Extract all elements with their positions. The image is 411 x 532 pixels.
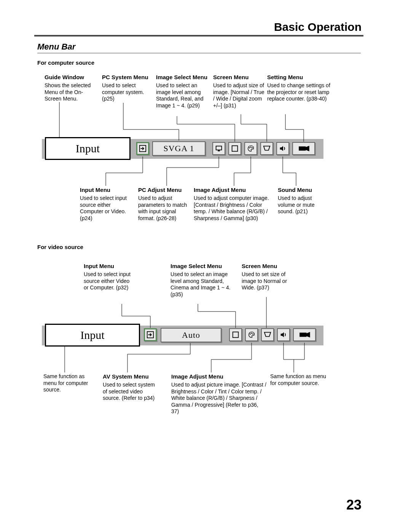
svg-point-4 [249,147,250,149]
computer-guide-label: Input [76,142,100,155]
video-same-right: Same function as menu for computer sourc… [270,373,331,387]
video-screen-title: Screen Menu [242,263,277,270]
setting-icon [292,142,315,155]
video-setting-icon [293,328,316,341]
video-mid-box: Auto [161,328,221,342]
video-heading: For video source [37,244,83,250]
computer-heading: For computer source [37,59,94,66]
screen-menu-title: Screen Menu [213,74,249,81]
svg-point-36 [252,334,253,335]
pc-system-body: Used to select computer system. (p25) [102,82,151,102]
video-imgadj-title: Image Adjust Menu [171,373,223,380]
video-input-body: Used to select input source either Video… [84,271,135,291]
guide-window-title: Guide Window [45,74,84,81]
sound-menu-title: Sound Menu [278,187,312,193]
pc-adjust-title: PC Adjust Menu [138,187,182,193]
guide-window-body: Shows the selected Menu of the On-Screen… [45,82,100,102]
image-select-body: Used to select an image level among Stan… [156,82,209,109]
video-image-select-icon [229,328,242,341]
page: Basic Operation Menu Bar For computer so… [0,0,411,532]
av-system-title: AV System Menu [103,373,149,380]
video-screen-body: Used to set size of image to Normal or W… [242,271,287,291]
svg-rect-1 [216,146,222,150]
header-rule [34,35,363,37]
image-adjust-icon [244,142,257,155]
pc-adjust-icon [212,142,225,155]
svg-rect-3 [232,146,238,152]
sound-menu-body: Used to adjust volume or mute sound. (p2… [278,195,323,215]
svg-rect-33 [233,332,239,338]
image-select-title: Image Select Menu [156,74,207,81]
video-imgsel-title: Image Select Menu [170,263,222,270]
svg-rect-2 [218,150,220,152]
svg-point-5 [250,147,252,148]
image-adjust-body: Used to adjust computer image. [Contrast… [194,195,274,222]
svg-point-6 [252,147,253,149]
input-menu-title: Input Menu [80,187,110,193]
page-header-title: Basic Operation [274,21,362,34]
video-image-adjust-icon [245,328,258,341]
video-imgsel-body: Used to select an image level among Stan… [170,271,231,298]
video-input-icon [144,328,157,341]
video-guide-label: Input [80,329,104,342]
image-select-icon [228,142,241,155]
input-menu-body: Used to select input source either Compu… [80,195,131,222]
computer-guide-window-box: Input [45,137,131,160]
screen-menu-body: Used to adjust size of image. [Normal / … [213,82,264,109]
page-number: 23 [346,497,362,513]
video-same-left: Same function as menu for computer sourc… [43,373,97,393]
video-mid-label: Auto [182,330,200,340]
setting-menu-title: Setting Menu [267,74,303,81]
video-imgadj-body: Used to adjust picture image. [Contrast … [171,382,266,415]
section-underline [37,53,361,54]
pc-adjust-body: Used to adjust parameters to match with … [138,195,188,222]
video-screen-icon [261,328,274,341]
av-system-body: Used to select system of selected video … [103,382,156,402]
computer-mid-label: SVGA 1 [163,144,194,153]
video-guide-window-box: Input [45,324,140,347]
video-input-title: Input Menu [84,263,114,270]
pc-system-title: PC System Menu [102,74,148,81]
sound-icon [276,142,289,155]
svg-point-34 [250,334,251,335]
video-sound-icon [277,328,290,341]
svg-point-35 [251,333,252,334]
section-title: Menu Bar [37,42,75,52]
computer-mid-box: SVGA 1 [152,141,206,156]
setting-menu-body: Used to change settings of the projector… [267,82,334,102]
screen-icon [260,142,273,155]
image-adjust-title: Image Adjust Menu [194,187,246,193]
input-menu-icon [136,142,149,155]
